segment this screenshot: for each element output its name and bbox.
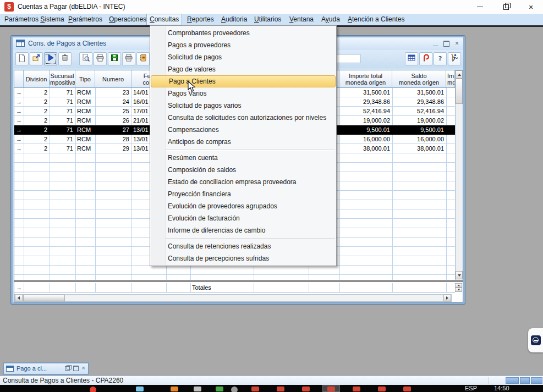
print-setup-button[interactable] bbox=[122, 52, 135, 65]
menu-operaciones[interactable]: Operaciones bbox=[109, 14, 146, 25]
horizontal-scroll-thumb[interactable] bbox=[23, 295, 65, 301]
delete-button[interactable] bbox=[58, 52, 72, 65]
menuitem-consulta-de-solicitudes-con-autorizaciones-por-niveles[interactable]: Consulta de solicitudes con autorizacion… bbox=[150, 112, 336, 124]
grid-view-icon bbox=[407, 53, 416, 64]
column-header-division[interactable]: Division bbox=[24, 70, 50, 87]
scroll-down-button[interactable] bbox=[456, 271, 463, 279]
spinner-down-button[interactable] bbox=[455, 288, 462, 292]
child-window-title: Cons. de Pagos a Clientes bbox=[28, 40, 106, 47]
taskbar-app-13-icon[interactable] bbox=[403, 387, 411, 391]
taskbar-app-3-icon[interactable] bbox=[171, 387, 178, 391]
menu-ayuda[interactable]: Ayuda bbox=[321, 14, 340, 25]
menuitem-comprobantes-proveedores[interactable]: Comprobantes proveedores bbox=[150, 27, 336, 39]
grid-column-line bbox=[166, 283, 167, 292]
menuitem-pago-de-valores[interactable]: Pago de valores bbox=[150, 63, 336, 75]
menu-parametros-sistema[interactable]: Parámetros Sistema bbox=[4, 14, 64, 25]
open-form-button[interactable] bbox=[30, 52, 43, 65]
menuitem-consulta-de-retenciones-realizadas[interactable]: Consulta de retenciones realizadas bbox=[150, 240, 336, 252]
taskbar-app-1-icon[interactable] bbox=[90, 387, 96, 392]
menuitem-pago-a-clientes[interactable]: Pago a Clientes bbox=[151, 75, 336, 87]
cell: RCM bbox=[75, 116, 95, 125]
menu-consultas[interactable]: Consultas bbox=[146, 14, 182, 25]
row-marker-icon: → bbox=[14, 283, 24, 292]
help-button[interactable]: ? bbox=[434, 52, 447, 65]
vertical-scrollbar[interactable] bbox=[455, 70, 463, 280]
cell: 71 bbox=[50, 88, 75, 97]
menuitem-consulta-de-percepciones-sufridas[interactable]: Consulta de percepciones sufridas bbox=[150, 252, 336, 264]
menuitem-estado-de-conciliacion-empresa-proveedora[interactable]: Estado de conciliacion empresa proveedor… bbox=[150, 176, 336, 188]
taskbar-app-8-icon[interactable] bbox=[277, 387, 284, 391]
menu-auditoria[interactable]: Auditoria bbox=[221, 14, 247, 25]
teamviewer-tab[interactable] bbox=[528, 328, 543, 352]
row-marker-icon: → bbox=[14, 88, 24, 97]
vertical-scroll-thumb[interactable] bbox=[456, 79, 463, 104]
menuitem-resumen-cuenta[interactable]: Resúmen cuenta bbox=[150, 152, 336, 164]
menuitem-anticipos-de-compras[interactable]: Anticipos de compras bbox=[150, 136, 336, 148]
graph-button[interactable] bbox=[419, 52, 432, 65]
save-button[interactable] bbox=[108, 52, 121, 65]
grid-view-button[interactable] bbox=[405, 52, 418, 65]
close-button[interactable]: × bbox=[519, 0, 543, 14]
mini-maximize-button[interactable] bbox=[73, 366, 79, 371]
taskbar-app-4-icon[interactable] bbox=[194, 387, 201, 391]
menuitem-composicion-de-saldos[interactable]: Composición de saldos bbox=[150, 164, 336, 176]
menuitem-evolucion-de-proveedores-agrupados[interactable]: Evolución de proveedores agrupados bbox=[150, 200, 336, 212]
totals-separator bbox=[14, 280, 463, 283]
menuitem-pagos-varios[interactable]: Pagos Varios bbox=[150, 87, 336, 100]
scroll-left-button[interactable] bbox=[15, 295, 23, 301]
menu-atencion-a-clientes[interactable]: Atención a Clientes bbox=[348, 14, 404, 25]
menuitem-solicitud-de-pagos[interactable]: Solicitud de pagos bbox=[150, 51, 336, 63]
column-header-sucursal-impositiva[interactable]: Sucursalimpositiva bbox=[50, 70, 75, 87]
taskbar-app-12-icon[interactable] bbox=[378, 387, 386, 391]
taskbar-app-11-icon[interactable] bbox=[353, 387, 360, 391]
child-maximize-button[interactable] bbox=[443, 41, 449, 47]
column-header[interactable] bbox=[14, 70, 24, 87]
run-query-button[interactable] bbox=[44, 52, 57, 65]
new-document-button[interactable] bbox=[15, 52, 29, 65]
menu-parametros[interactable]: Parámetros bbox=[68, 14, 102, 25]
print-button[interactable] bbox=[94, 52, 107, 65]
taskbar-app-2-icon[interactable] bbox=[136, 387, 144, 391]
horizontal-scrollbar[interactable] bbox=[14, 294, 452, 302]
taskbar-app-10-icon[interactable] bbox=[327, 387, 335, 391]
menu-ventana[interactable]: Ventana bbox=[289, 14, 314, 25]
menuitem-evolucion-de-facturacion[interactable]: Evolución de facturación bbox=[150, 212, 336, 224]
taskbar-app-9-icon[interactable] bbox=[302, 387, 310, 391]
menuitem-solicitud-de-pagos-varios[interactable]: Solicitud de pagos varios bbox=[150, 100, 336, 112]
column-header-importe-total-moneda-origen[interactable]: Importe totalmoneda origen bbox=[339, 70, 392, 87]
notes-button[interactable] bbox=[136, 52, 150, 65]
column-header-saldo-moneda-origen[interactable]: Saldomoneda origen bbox=[392, 70, 446, 87]
grid-column-line bbox=[339, 283, 340, 292]
totals-spinner[interactable] bbox=[455, 283, 463, 292]
taskbar-app-7-icon[interactable] bbox=[251, 387, 259, 391]
menu-reportes[interactable]: Reportes bbox=[187, 14, 214, 25]
menuitem-pagos-a-proveedores[interactable]: Pagos a proveedores bbox=[150, 39, 336, 51]
exit-button[interactable] bbox=[448, 52, 461, 65]
tray-language[interactable]: ESP bbox=[465, 385, 477, 391]
minimized-window-pago[interactable]: Pago a cl... × bbox=[3, 362, 89, 375]
grid-column-line bbox=[392, 283, 393, 292]
scroll-up-button[interactable] bbox=[456, 70, 463, 79]
child-close-button[interactable]: × bbox=[455, 40, 459, 47]
taskbar-app-6-icon[interactable] bbox=[231, 387, 238, 392]
menuitem-compensaciones[interactable]: Compensaciones bbox=[150, 124, 336, 136]
arrow-down-icon bbox=[458, 274, 461, 277]
preview-button[interactable] bbox=[79, 52, 92, 65]
taskbar-app-5-icon[interactable] bbox=[216, 387, 223, 391]
scroll-right-button[interactable] bbox=[443, 295, 451, 301]
spinner-up-button[interactable] bbox=[455, 283, 462, 288]
mini-restore-button[interactable] bbox=[65, 366, 70, 371]
column-header-imp-mor[interactable]: Impmor bbox=[446, 70, 455, 87]
cell: 29,348.86 bbox=[392, 97, 446, 107]
column-header-numero[interactable]: Numero bbox=[95, 70, 131, 87]
menu-utilitarios[interactable]: Utilitarios bbox=[254, 14, 281, 25]
row-marker-icon: → bbox=[14, 144, 24, 153]
child-minimize-button[interactable] bbox=[433, 46, 438, 46]
menuitem-proyeccion-financiera[interactable]: Proyección financiera bbox=[150, 188, 336, 200]
tray-clock[interactable]: 14:50 bbox=[494, 385, 509, 391]
mini-close-button[interactable]: × bbox=[82, 365, 85, 371]
column-header-tipo[interactable]: Tipo bbox=[75, 70, 95, 87]
menuitem-informe-de-diferencias-de-cambio[interactable]: Informe de diferencias de cambio bbox=[150, 224, 336, 236]
minimize-button[interactable] bbox=[468, 0, 492, 14]
maximize-button[interactable] bbox=[494, 0, 518, 14]
